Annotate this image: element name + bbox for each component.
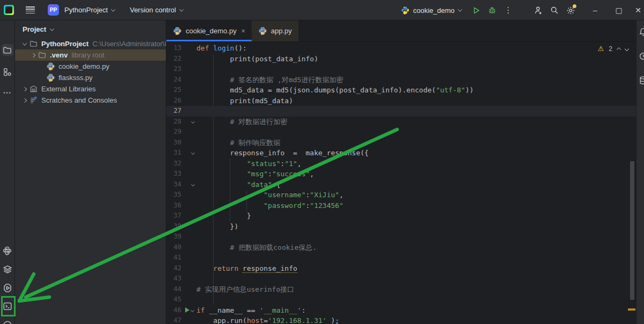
tree-toggle[interactable]: [20, 88, 29, 91]
code-text: response_info = make_response({: [196, 148, 369, 159]
chevron-right-icon: [23, 87, 27, 91]
code-area[interactable]: 13def login():22 print(post_data_info)23…: [166, 42, 636, 324]
prev-warning-button[interactable]: [617, 47, 621, 52]
fold-icon[interactable]: [191, 151, 195, 155]
title-bar: PP PythonProject Version control cookie_…: [0, 0, 644, 20]
gutter: [184, 43, 196, 54]
code-line-46[interactable]: 46if __name__ == '__main__':: [166, 305, 636, 316]
line-number: 39: [166, 232, 184, 242]
gutter: [184, 263, 196, 274]
gutter: [184, 138, 196, 148]
code-line-37[interactable]: 37 }: [166, 211, 636, 221]
gutter: [184, 117, 196, 127]
bell-icon[interactable]: [636, 26, 644, 38]
code-text: print(post_data_info): [196, 54, 318, 64]
maximize-button[interactable]: ▢: [610, 6, 628, 15]
run-button[interactable]: [468, 2, 484, 18]
code-line-44[interactable]: 44# 实现用户信息userinfo接口: [166, 284, 636, 295]
more-tool-windows-icon[interactable]: …: [2, 85, 13, 97]
tab-cookie_demo-py[interactable]: cookie_demo.py×: [166, 20, 252, 41]
database-icon[interactable]: [636, 74, 644, 86]
code-line-26[interactable]: 26 print(md5_data): [166, 96, 636, 106]
inspections-widget[interactable]: ⚠ 2: [598, 45, 628, 53]
code-line-40[interactable]: 40 # 把数据卸载cookie保总.: [166, 242, 636, 253]
gutter: [184, 190, 196, 200]
tree-item-cookie-demo-py[interactable]: cookie_demo.py: [15, 61, 166, 72]
minimize-button[interactable]: –: [586, 6, 604, 15]
settings-icon[interactable]: [562, 2, 579, 18]
warning-stripe-mark[interactable]: [628, 308, 635, 311]
code-line-25[interactable]: 25 md5_data = md5(json.dumps(post_data_i…: [166, 85, 636, 96]
tree-toggle[interactable]: [20, 99, 29, 102]
tree-item-pythonproject[interactable]: PythonProjectC:\Users\Administrator\Pych…: [15, 38, 166, 49]
python-icon: [46, 62, 55, 71]
search-icon[interactable]: [546, 2, 562, 18]
next-warning-button[interactable]: [625, 46, 629, 51]
code-with-me-icon[interactable]: [530, 2, 546, 18]
structure-icon[interactable]: [2, 66, 13, 77]
run-hexagon-icon[interactable]: [2, 282, 13, 294]
code-line-36[interactable]: 36 "password":"123456": [166, 200, 636, 211]
code-line-30[interactable]: 30 # 制作响应数据: [166, 138, 636, 148]
code-line-29[interactable]: 29: [166, 127, 636, 138]
gutter: [184, 221, 196, 232]
close-tab-icon[interactable]: ×: [241, 27, 245, 35]
tree-toggle[interactable]: [20, 42, 29, 46]
project-folder-icon[interactable]: [2, 44, 13, 56]
code-text: # 实现用户信息userinfo接口: [196, 284, 294, 295]
code-text: return response_info: [196, 263, 297, 274]
code-line-47[interactable]: 47 app.run(host='192.168.1.31' );: [166, 315, 636, 324]
hamburger-icon[interactable]: [26, 6, 35, 13]
code-line-13[interactable]: 13def login():: [166, 43, 636, 54]
code-text: # 把数据卸载cookie保总.: [196, 242, 317, 253]
code-line-35[interactable]: 35 "username":"XiJiu",: [166, 190, 636, 200]
kebab-menu-icon[interactable]: ⋮: [500, 2, 516, 18]
tree-item-label: External Libraries: [41, 85, 96, 93]
fold-icon[interactable]: [191, 183, 195, 186]
code-line-28[interactable]: 28 # 对数据进行加密: [166, 117, 636, 127]
ai-assistant-icon[interactable]: [636, 50, 644, 62]
code-line-41[interactable]: 41: [166, 253, 636, 263]
python-packages-icon[interactable]: [2, 244, 13, 256]
fold-icon[interactable]: [191, 308, 194, 312]
code-line-45[interactable]: 45: [166, 294, 636, 305]
tree-item-flasksss-py[interactable]: flasksss.py: [15, 72, 166, 83]
tree-item-label: .venv: [50, 51, 68, 59]
line-number: 23: [166, 64, 184, 75]
project-badge[interactable]: PP: [48, 4, 59, 16]
code-line-22[interactable]: 22 print(post_data_info): [166, 54, 636, 64]
line-number: 46: [166, 305, 184, 316]
line-number: 42: [166, 263, 184, 274]
editor-scrollbar[interactable]: [630, 161, 634, 300]
debug-button[interactable]: [484, 2, 500, 18]
problems-icon[interactable]: [2, 319, 13, 324]
tree-item-external-libraries[interactable]: External Libraries: [15, 83, 166, 95]
code-line-27[interactable]: 27: [166, 106, 636, 117]
fold-icon[interactable]: [191, 120, 195, 124]
line-number: 37: [166, 211, 184, 221]
services-icon[interactable]: [2, 263, 13, 275]
tree-item--venv[interactable]: .venvlibrary root: [15, 49, 166, 61]
project-name-button[interactable]: PythonProject: [64, 6, 115, 14]
tree-item-scratches-and-consoles[interactable]: Scratches and Consoles: [15, 95, 166, 106]
code-line-32[interactable]: 32 "status":"1",: [166, 159, 636, 169]
close-button[interactable]: ✕: [632, 6, 644, 15]
tree-item-suffix: C:\Users\Administrator\Pycha: [92, 40, 166, 48]
code-line-31[interactable]: 31 response_info = make_response({: [166, 148, 636, 159]
tab-app-py[interactable]: app.py: [252, 20, 298, 41]
code-line-38[interactable]: 38 }): [166, 221, 636, 232]
chevron-down-icon: [50, 26, 54, 31]
code-line-33[interactable]: 33 "msg":"success",: [166, 169, 636, 179]
code-line-43[interactable]: 43: [166, 273, 636, 284]
vcs-button[interactable]: Version control: [130, 6, 183, 14]
tree-toggle[interactable]: [29, 54, 38, 57]
code-line-23[interactable]: 23: [166, 64, 636, 75]
code-text: def login():: [196, 43, 247, 54]
run-line-icon[interactable]: [185, 307, 189, 313]
code-line-24[interactable]: 24 # 签名的数据 ,对md5进行数据加密: [166, 75, 636, 85]
run-config-selector[interactable]: cookie_demo: [401, 6, 462, 15]
code-line-34[interactable]: 34 "data":{: [166, 179, 636, 190]
project-panel-header[interactable]: Project: [15, 20, 166, 38]
code-line-42[interactable]: 42 return response_info: [166, 263, 636, 274]
code-line-39[interactable]: 39: [166, 232, 636, 242]
